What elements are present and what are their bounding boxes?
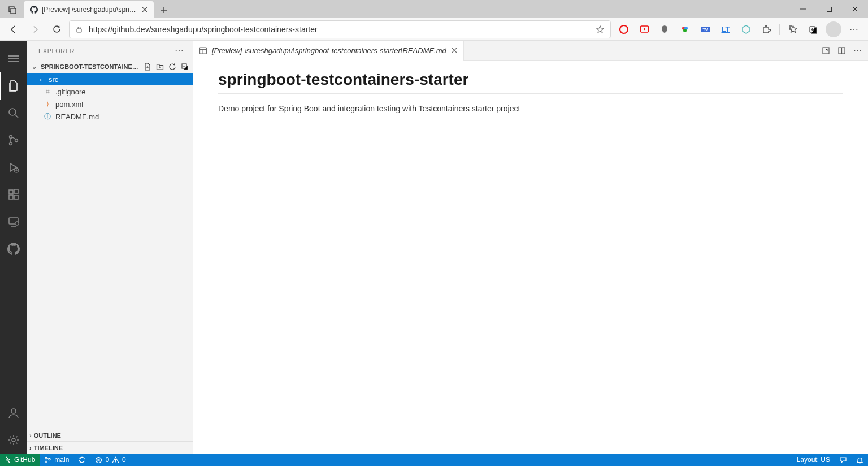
editor-tabs: [Preview] \sureshgadupu\springboot-testc… xyxy=(193,41,868,61)
tree-folder-src[interactable]: › src xyxy=(27,73,193,85)
readme-heading: springboot-testcontainers-starter xyxy=(218,71,843,94)
extension-icons: TV LT ⋯ xyxy=(614,20,863,38)
chevron-right-icon: › xyxy=(29,432,32,439)
svg-point-29 xyxy=(45,457,47,459)
activity-github-icon[interactable] xyxy=(0,235,27,262)
activity-settings-icon[interactable] xyxy=(0,426,27,454)
new-tab-button[interactable] xyxy=(156,2,172,18)
outline-label: OUTLINE xyxy=(34,432,61,439)
nav-refresh-button[interactable] xyxy=(47,20,66,38)
readme-body: Demo project for Spring Boot and integra… xyxy=(218,104,843,113)
svg-rect-17 xyxy=(9,190,13,194)
svg-rect-18 xyxy=(9,195,13,199)
editor-action-more-icon[interactable]: ⋯ xyxy=(851,44,863,57)
window-maximize-button[interactable] xyxy=(816,0,842,18)
file-tree: › src ⌗ .gitignore ⟩ pom.xml ⓘ README.md xyxy=(27,73,193,123)
activity-remote-icon[interactable] xyxy=(0,208,27,235)
nav-back-button[interactable] xyxy=(5,20,23,38)
ext-shield-icon[interactable] xyxy=(655,20,674,38)
ext-hex-icon[interactable] xyxy=(736,20,756,38)
tree-item-label: .gitignore xyxy=(55,88,85,96)
outline-section[interactable]: › OUTLINE xyxy=(27,429,193,441)
tab-actions-button[interactable] xyxy=(3,2,21,18)
status-problems[interactable]: 0 0 xyxy=(90,454,130,466)
editor-action-split-icon[interactable] xyxy=(835,44,848,57)
address-bar[interactable]: https://github.dev/sureshgadupu/springbo… xyxy=(69,20,611,38)
tree-item-label: src xyxy=(49,75,58,84)
ext-lt-icon[interactable]: LT xyxy=(716,20,735,38)
svg-point-4 xyxy=(620,25,628,33)
browser-tab-title: [Preview] \sureshgadupu\springb xyxy=(42,6,138,14)
timeline-label: TIMELINE xyxy=(34,445,63,451)
status-layout[interactable]: Layout: US xyxy=(792,454,835,466)
tree-item-label: pom.xml xyxy=(55,100,83,109)
window-minimize-button[interactable] xyxy=(790,0,816,18)
tab-close-icon[interactable] xyxy=(141,6,148,13)
file-icon: ⌗ xyxy=(43,88,52,96)
svg-point-33 xyxy=(115,461,116,462)
svg-text:TV: TV xyxy=(703,28,708,32)
status-branch-label: main xyxy=(54,456,69,464)
tree-file-pom[interactable]: ⟩ pom.xml xyxy=(27,98,193,110)
tree-file-readme[interactable]: ⓘ README.md xyxy=(27,110,193,123)
status-warnings-count: 0 xyxy=(122,456,126,464)
ext-opera-icon[interactable] xyxy=(614,20,633,38)
activity-extensions-icon[interactable] xyxy=(0,181,27,208)
status-bell-icon[interactable] xyxy=(852,454,868,466)
browser-toolbar: https://github.dev/sureshgadupu/springbo… xyxy=(0,18,868,41)
nav-forward-button[interactable] xyxy=(26,20,44,38)
ext-video-icon[interactable] xyxy=(635,20,654,38)
status-github[interactable]: GitHub xyxy=(0,454,40,466)
editor-action-open-icon[interactable] xyxy=(819,44,832,57)
status-sync[interactable] xyxy=(73,454,90,466)
svg-point-15 xyxy=(15,139,18,142)
project-section-header[interactable]: ⌄ SPRINGBOOT-TESTCONTAINERS... xyxy=(27,61,193,73)
activity-search-icon[interactable] xyxy=(0,100,27,127)
refresh-icon[interactable] xyxy=(167,61,178,72)
status-layout-label: Layout: US xyxy=(797,456,830,464)
markdown-preview: springboot-testcontainers-starter Demo p… xyxy=(193,61,868,454)
browser-tab-active[interactable]: [Preview] \sureshgadupu\springb xyxy=(24,1,154,18)
svg-point-30 xyxy=(45,461,47,463)
activity-menu-icon[interactable] xyxy=(0,45,27,72)
explorer-more-icon[interactable]: ⋯ xyxy=(175,45,184,56)
github-favicon-icon xyxy=(29,5,38,14)
favorite-star-icon[interactable] xyxy=(596,25,605,34)
activity-run-debug-icon[interactable] xyxy=(0,154,27,181)
svg-rect-19 xyxy=(14,195,18,199)
svg-rect-20 xyxy=(14,189,18,193)
window-close-button[interactable] xyxy=(842,0,868,18)
project-name: SPRINGBOOT-TESTCONTAINERS... xyxy=(41,63,140,70)
timeline-section[interactable]: › TIMELINE xyxy=(27,441,193,454)
address-bar-url: https://github.dev/sureshgadupu/springbo… xyxy=(89,25,318,34)
collections-icon[interactable] xyxy=(804,20,823,38)
svg-point-13 xyxy=(10,136,12,139)
activity-account-icon[interactable] xyxy=(0,399,27,426)
tree-file-gitignore[interactable]: ⌗ .gitignore xyxy=(27,85,193,98)
profile-avatar[interactable] xyxy=(824,20,843,38)
new-folder-icon[interactable] xyxy=(154,61,166,72)
editor-tab-preview-readme[interactable]: [Preview] \sureshgadupu\springboot-testc… xyxy=(193,41,464,61)
status-github-label: GitHub xyxy=(14,456,35,464)
svg-rect-2 xyxy=(827,7,831,11)
tree-item-label: README.md xyxy=(55,113,99,121)
activity-source-control-icon[interactable] xyxy=(0,127,27,154)
editor-tab-close-icon[interactable] xyxy=(451,47,458,54)
activity-explorer-icon[interactable] xyxy=(0,72,27,100)
browser-titlebar: [Preview] \sureshgadupu\springb xyxy=(0,0,868,18)
status-bar: GitHub main 0 0 Layout: US xyxy=(0,454,868,466)
editor-area: [Preview] \sureshgadupu\springboot-testc… xyxy=(193,41,868,454)
ext-colorwheel-icon[interactable] xyxy=(675,20,695,38)
svg-point-14 xyxy=(10,143,12,145)
collapse-all-icon[interactable] xyxy=(179,61,190,72)
preview-icon xyxy=(199,46,207,55)
lock-icon xyxy=(75,25,83,33)
browser-menu-button[interactable]: ⋯ xyxy=(844,20,863,38)
status-feedback-icon[interactable] xyxy=(835,454,852,466)
favorites-icon[interactable] xyxy=(783,20,802,38)
new-file-icon[interactable] xyxy=(142,61,153,72)
ext-puzzle-icon[interactable] xyxy=(757,20,776,38)
status-branch[interactable]: main xyxy=(40,454,73,466)
explorer-title: EXPLORER xyxy=(38,48,75,54)
ext-new-icon[interactable]: TV xyxy=(696,20,715,38)
